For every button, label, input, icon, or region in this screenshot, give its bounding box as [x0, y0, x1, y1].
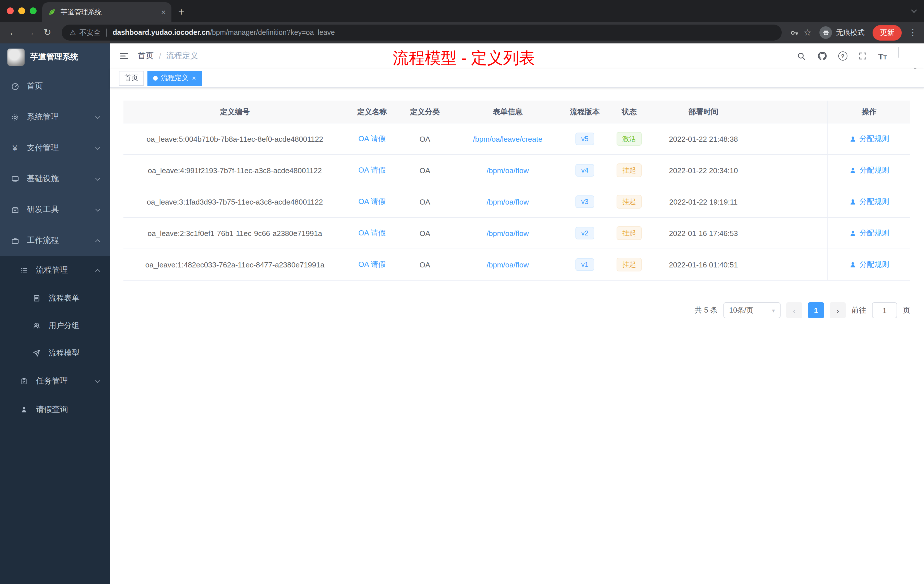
cell-actions: 分配规则	[827, 186, 910, 217]
back-button[interactable]: ←	[7, 28, 20, 37]
logo-avatar	[7, 49, 25, 66]
col-status: 状态	[606, 101, 652, 123]
sidebar-item-leave-query[interactable]: 请假查询	[0, 396, 110, 424]
cell-category: OA	[398, 186, 452, 217]
minimize-window-button[interactable]	[18, 7, 25, 14]
definition-name-link[interactable]: OA 请假	[358, 196, 385, 207]
new-tab-button[interactable]: +	[178, 7, 184, 17]
browser-tab[interactable]: 芋道管理系统 ×	[42, 2, 172, 22]
maximize-window-button[interactable]	[30, 7, 36, 14]
sidebar: 芋道管理系统 首页 系统管理 ¥ 支付管理	[0, 43, 110, 584]
github-icon[interactable]	[817, 51, 827, 61]
assign-rule-link[interactable]: 分配规则	[849, 196, 889, 207]
toolbox-icon	[10, 205, 20, 214]
sidebar-item-process-model[interactable]: 流程模型	[0, 340, 110, 367]
tags-bar: 首页 流程定义 ×	[110, 69, 924, 88]
sidebar-logo: 芋道管理系统	[0, 43, 110, 71]
password-key-icon[interactable]	[789, 28, 799, 38]
tag-close-icon[interactable]: ×	[192, 74, 196, 81]
form-link[interactable]: /bpm/oa/leave/create	[473, 135, 543, 143]
security-label[interactable]: 不安全	[79, 28, 101, 38]
sidebar-item-workflow[interactable]: 工作流程	[0, 225, 110, 256]
cell-spacer	[755, 218, 827, 249]
definition-name-link[interactable]: OA 请假	[358, 259, 385, 270]
workflow-submenu: 流程管理 流程表单 用户分组	[0, 256, 110, 584]
cell-version: v2	[563, 218, 606, 249]
sidebar-item-payment[interactable]: ¥ 支付管理	[0, 133, 110, 163]
col-category: 定义分类	[398, 101, 452, 123]
reload-button[interactable]: ↻	[41, 28, 54, 37]
logo-title: 芋道管理系统	[30, 52, 78, 62]
browser-menu-icon[interactable]: ⋮	[909, 27, 917, 38]
fullscreen-icon[interactable]	[858, 51, 867, 61]
pagination-total: 共 5 条	[695, 305, 718, 315]
cell-form-info: /bpm/oa/flow	[452, 155, 563, 186]
tag-active-dot	[153, 76, 158, 80]
definition-name-link[interactable]: OA 请假	[358, 165, 385, 175]
cell-version: v1	[563, 249, 606, 280]
bookmark-star-icon[interactable]: ☆	[804, 27, 812, 38]
page-size-select[interactable]: 10条/页 ▾	[723, 302, 780, 318]
assign-rule-link[interactable]: 分配规则	[849, 228, 889, 238]
col-actions: 操作	[827, 101, 910, 123]
content: 定义编号 定义名称 定义分类 表单信息 流程版本 状态 部署时间 操作 oa_l…	[110, 88, 924, 584]
cell-version: v5	[563, 124, 606, 154]
prev-page-button[interactable]: ‹	[786, 302, 802, 318]
cell-spacer	[755, 155, 827, 186]
status-badge: 挂起	[617, 163, 642, 177]
url-path: /bpm/manager/definition?key=oa_leave	[210, 28, 335, 36]
tab-close-icon[interactable]: ×	[161, 8, 166, 16]
table-row: oa_leave:3:1fad3d93-7b75-11ec-a3c8-acde4…	[124, 186, 910, 218]
sidebar-item-process-management[interactable]: 流程管理	[0, 256, 110, 285]
sidebar-item-home[interactable]: 首页	[0, 71, 110, 102]
table-row: oa_leave:4:991f2193-7b7f-11ec-a3c8-acde4…	[124, 155, 910, 186]
hamburger-icon[interactable]	[119, 51, 129, 61]
assign-rule-link[interactable]: 分配规则	[849, 134, 889, 144]
help-icon[interactable]: ?	[838, 51, 847, 61]
search-icon[interactable]	[796, 51, 806, 61]
person-icon	[849, 135, 856, 143]
close-window-button[interactable]	[7, 7, 14, 14]
table-row: oa_leave:2:3c1f0ef1-76b1-11ec-9c66-a2380…	[124, 218, 910, 249]
address-bar[interactable]: ⚠ 不安全 dashboard.yudao.iocoder.cn/bpm/man…	[62, 25, 781, 41]
cell-definition-id: oa_leave:4:991f2193-7b7f-11ec-a3c8-acde4…	[124, 155, 346, 186]
update-button[interactable]: 更新	[873, 25, 902, 40]
current-page-button[interactable]: 1	[808, 302, 824, 318]
definition-name-link[interactable]: OA 请假	[358, 228, 385, 238]
breadcrumb-home[interactable]: 首页	[138, 51, 154, 61]
person-icon	[849, 229, 856, 237]
cell-form-info: /bpm/oa/leave/create	[452, 124, 563, 154]
chevron-down-icon	[96, 176, 100, 181]
goto-page-input[interactable]: 1	[872, 302, 897, 318]
form-link[interactable]: /bpm/oa/flow	[487, 166, 528, 175]
annotation-title: 流程模型 - 定义列表	[393, 48, 535, 69]
sidebar-item-user-group[interactable]: 用户分组	[0, 312, 110, 340]
assign-rule-link[interactable]: 分配规则	[849, 259, 889, 270]
chevron-down-icon	[96, 378, 100, 383]
forward-button[interactable]: →	[24, 28, 36, 37]
next-page-button[interactable]: ›	[830, 302, 846, 318]
sidebar-item-process-form[interactable]: 流程表单	[0, 285, 110, 312]
tab-search-chevron-icon[interactable]	[911, 7, 917, 13]
sidebar-item-infrastructure[interactable]: 基础设施	[0, 163, 110, 194]
monitor-icon	[10, 175, 20, 183]
sidebar-item-devtools[interactable]: 研发工具	[0, 194, 110, 225]
font-size-icon[interactable]: TT	[878, 52, 887, 60]
browser-tabstrip: 芋道管理系统 × +	[0, 0, 924, 22]
tag-home[interactable]: 首页	[119, 71, 144, 86]
col-definition-name: 定义名称	[346, 101, 398, 123]
cell-deploy-time: 2022-01-22 21:48:38	[652, 124, 755, 154]
breadcrumb: 首页 / 流程定义	[138, 51, 198, 61]
assign-rule-link[interactable]: 分配规则	[849, 165, 889, 175]
sidebar-item-task-management[interactable]: 任务管理	[0, 367, 110, 396]
definition-table: 定义编号 定义名称 定义分类 表单信息 流程版本 状态 部署时间 操作 oa_l…	[124, 101, 910, 280]
definition-name-link[interactable]: OA 请假	[358, 134, 385, 144]
form-link[interactable]: /bpm/oa/flow	[487, 260, 528, 269]
form-link[interactable]: /bpm/oa/flow	[487, 198, 528, 206]
user-avatar[interactable]: ▾	[898, 48, 915, 64]
sidebar-item-system[interactable]: 系统管理	[0, 102, 110, 133]
form-link[interactable]: /bpm/oa/flow	[487, 229, 528, 238]
cell-form-info: /bpm/oa/flow	[452, 218, 563, 249]
window-controls	[7, 7, 36, 14]
tag-process-definition[interactable]: 流程定义 ×	[147, 71, 202, 86]
